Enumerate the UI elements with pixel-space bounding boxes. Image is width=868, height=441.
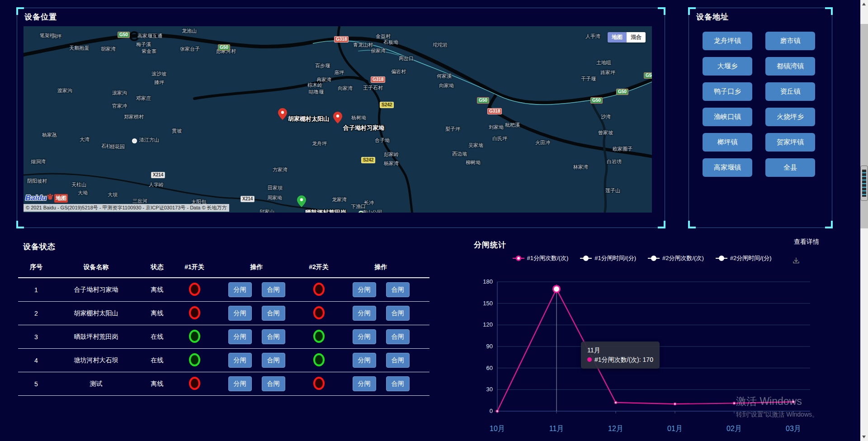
road-number-badge: S242 [380, 102, 394, 108]
table-header-cell: 操作 [337, 263, 425, 271]
map-place-label: 大坝 [108, 191, 118, 198]
close-switch-button[interactable]: 合闸 [386, 329, 410, 344]
switch2-actions: 分闸合闸 [337, 353, 425, 368]
close-switch-button[interactable]: 合闸 [386, 306, 410, 321]
close-switch-button[interactable]: 合闸 [262, 282, 285, 297]
address-button[interactable]: 都镇湾镇 [765, 57, 815, 76]
svg-text:12月: 12月 [608, 425, 623, 432]
close-switch-button[interactable]: 合闸 [262, 306, 285, 321]
address-button[interactable]: 大堰乡 [703, 57, 752, 76]
close-switch-button[interactable]: 合闸 [386, 282, 410, 297]
tooltip-series-dot [587, 357, 592, 362]
road-number-badge: G50 [644, 72, 652, 79]
close-switch-button[interactable]: 合闸 [262, 353, 285, 368]
chart-tooltip: 11月 #1分闸次数/(次): 170 [581, 341, 660, 369]
vertical-scrollbar[interactable] [860, 0, 868, 441]
switch2-actions: 分闸合闸 [337, 306, 425, 321]
map-place-label: 何家溪 [437, 73, 452, 80]
map-type-option-map[interactable]: 地图 [608, 32, 627, 43]
map-place-label: 清江方山 [139, 137, 159, 143]
scroll-down-arrow-icon[interactable] [862, 436, 866, 438]
map-copyright: © 2021 Baidu - GS(2019)5218号 - 甲测资字11009… [24, 204, 229, 212]
map-place-label: 周家坳 [267, 194, 282, 201]
road-number-badge: G50 [590, 97, 603, 104]
open-switch-button[interactable]: 分闸 [228, 353, 252, 368]
map-place-label: 天鹅抱蛋 [69, 45, 89, 52]
address-button[interactable]: 高家堰镇 [703, 158, 752, 177]
address-button[interactable]: 全县 [765, 158, 815, 177]
map-place-label: 坨坨岩 [433, 42, 448, 48]
address-button[interactable]: 龙舟坪镇 [703, 32, 752, 50]
svg-text:11月: 11月 [549, 425, 564, 432]
map-type-option-hybrid[interactable]: 混合 [627, 32, 646, 43]
svg-text:10月: 10月 [490, 425, 505, 432]
row-index: 4 [18, 357, 54, 364]
device-location-title: 设备位置 [24, 12, 57, 22]
road-number-badge: X214 [151, 172, 165, 178]
map-marker-pin[interactable] [278, 108, 287, 120]
map-place-label: 滚沙坡 [151, 71, 166, 77]
open-switch-button[interactable]: 分闸 [228, 282, 252, 297]
map-place-label: 石板坳 [383, 39, 398, 46]
close-switch-button[interactable]: 合闸 [262, 329, 285, 344]
open-switch-button[interactable]: 分闸 [353, 353, 376, 368]
open-switch-button[interactable]: 分闸 [228, 376, 252, 391]
open-switch-button[interactable]: 分闸 [353, 282, 376, 297]
map-place-label: 龙池山 [182, 28, 197, 34]
close-switch-button[interactable]: 合闸 [262, 376, 285, 391]
tooltip-title: 11月 [587, 346, 653, 355]
switch2-indicator [313, 377, 325, 390]
open-switch-button[interactable]: 分闸 [353, 376, 376, 391]
map-place-label: 枇杷溪 [505, 122, 520, 128]
device-status: 离线 [138, 309, 176, 318]
road-number-badge: S242 [361, 157, 375, 163]
map-marker-pin[interactable] [297, 195, 306, 207]
open-switch-button[interactable]: 分闸 [353, 306, 376, 321]
address-button-grid: 龙舟坪镇磨市镇大堰乡都镇湾镇鸭子口乡资丘镇渔峡口镇火烧坪乡榔坪镇贺家坪镇高家堰镇… [703, 32, 815, 177]
device-name: 塘坊河村大石坝 [54, 356, 138, 365]
table-header-cell: 操作 [212, 263, 301, 271]
switch1-actions: 分闸合闸 [212, 282, 301, 297]
map-marker-pin[interactable] [333, 112, 342, 123]
line-chart[interactable]: 030609012015018010月11月12月01月02月03月 [470, 235, 845, 441]
device-address-panel: 设备地址 龙舟坪镇磨市镇大堰乡都镇湾镇鸭子口乡资丘镇渔峡口镇火烧坪乡榔坪镇贺家坪… [689, 8, 832, 228]
open-switch-button[interactable]: 分闸 [353, 329, 376, 344]
address-button[interactable]: 渔峡口镇 [703, 108, 752, 126]
map-place-label: 大湾 [80, 136, 90, 143]
switch1-indicator [189, 330, 200, 343]
table-header-row: 序号设备名称状态#1开关操作#2开关操作 [18, 257, 429, 278]
map-place-label: 两岔口 [399, 55, 414, 62]
baidu-logo-map-badge: 地图 [54, 194, 68, 203]
map-place-label: 杨家氹 [42, 132, 57, 138]
device-address-title: 设备地址 [696, 12, 729, 22]
corner-accent [825, 7, 833, 15]
close-switch-button[interactable]: 合闸 [386, 376, 410, 391]
address-button[interactable]: 榔坪镇 [703, 133, 752, 152]
tooltip-series-value: #1分闸次数/(次): 170 [587, 355, 653, 365]
map-place-label: 膝坪 [154, 79, 164, 86]
road-number-badge: X214 [241, 196, 255, 202]
map-place-label: 贯坡 [172, 128, 182, 134]
map-place-label: 滚家沟 [112, 90, 127, 96]
map-place-label: 胡家湾 [101, 46, 116, 52]
map-place-label: 百步堰 [315, 62, 330, 69]
address-button[interactable]: 火烧坪乡 [765, 108, 815, 126]
map-place-label: 沙湾 [601, 114, 611, 120]
open-switch-button[interactable]: 分闸 [228, 306, 252, 321]
close-switch-button[interactable]: 合闸 [386, 353, 410, 368]
map-place-label: 刘家坳 [489, 124, 504, 131]
map-place-label: 欧家圈子 [613, 146, 632, 152]
address-button[interactable]: 贺家坪镇 [765, 133, 815, 152]
address-button[interactable]: 磨市镇 [765, 32, 815, 50]
table-header-cell: 序号 [18, 263, 54, 271]
address-button[interactable]: 鸭子口乡 [703, 82, 752, 101]
table-header-cell: 设备名称 [54, 263, 138, 271]
address-button[interactable]: 资丘镇 [765, 82, 815, 101]
baidu-map[interactable]: 笔架槽洞坪高家堰互通梅子溪天鹅抱蛋胡家湾紫金寨张家台子彭家河村龙池山金益村石板坳… [24, 26, 652, 213]
switch2-indicator [313, 330, 325, 343]
switch1-actions: 分闸合闸 [212, 353, 301, 368]
corner-accent [688, 221, 696, 228]
scroll-up-arrow-icon[interactable] [862, 3, 866, 5]
device-name: 测试 [54, 380, 138, 388]
open-switch-button[interactable]: 分闸 [228, 329, 252, 344]
